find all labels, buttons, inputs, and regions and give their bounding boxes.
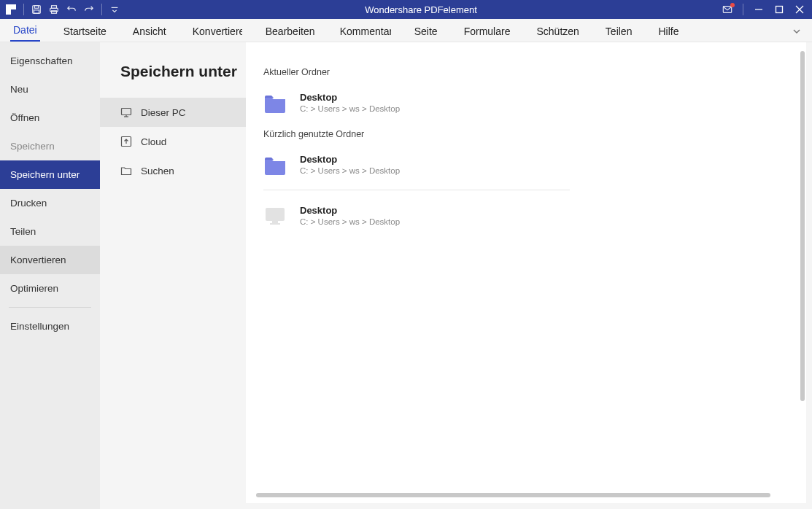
notification-mail-icon[interactable] <box>722 4 732 15</box>
svg-rect-12 <box>122 109 131 115</box>
file-menu-optimize[interactable]: Optimieren <box>0 274 100 303</box>
svg-rect-2 <box>34 10 39 13</box>
quick-access-dropdown-icon[interactable] <box>109 4 120 15</box>
window-maximize-button[interactable] <box>774 4 784 15</box>
ribbon-tab-bearbeiten[interactable]: Bearbeiten <box>263 21 317 42</box>
undo-icon[interactable] <box>66 4 77 15</box>
file-backstage: Eigenschaften Neu Öffnen Speichern Speic… <box>0 42 812 509</box>
titlebar: Wondershare PDFelement <box>0 0 812 19</box>
file-menu-new[interactable]: Neu <box>0 75 100 104</box>
separator <box>101 4 102 15</box>
file-menu-settings[interactable]: Einstellungen <box>0 312 100 341</box>
print-icon[interactable] <box>49 4 59 15</box>
redo-icon[interactable] <box>84 4 94 15</box>
source-browse[interactable]: Suchen <box>100 156 246 185</box>
current-folder-heading: Aktueller Ordner <box>263 67 781 77</box>
ribbon-tab-kommentar[interactable]: Kommentar <box>337 21 391 42</box>
cloud-upload-icon <box>120 136 132 147</box>
divider <box>263 190 570 190</box>
monitor-gray-icon <box>263 206 287 226</box>
svg-rect-16 <box>266 208 285 221</box>
window-close-button[interactable] <box>794 4 805 15</box>
monitor-icon <box>120 106 132 118</box>
file-menu-save-as[interactable]: Speichern unter <box>0 160 100 189</box>
horizontal-scrollbar[interactable] <box>256 493 792 499</box>
svg-rect-1 <box>34 6 38 9</box>
file-menu-properties[interactable]: Eigenschaften <box>0 47 100 75</box>
ribbon-tab-hilfe[interactable]: Hilfe <box>655 21 681 42</box>
ribbon-tab-schuetzen[interactable]: Schützen <box>533 21 581 42</box>
svg-rect-9 <box>776 7 783 13</box>
source-label: Cloud <box>141 136 166 147</box>
file-menu-open[interactable]: Öffnen <box>0 104 100 132</box>
ribbon-tab-seite[interactable]: Seite <box>411 21 441 42</box>
file-menu-print[interactable]: Drucken <box>0 189 100 217</box>
folder-icon <box>120 165 132 176</box>
recent-folder-item[interactable]: Desktop C: > Users > ws > Desktop <box>263 201 781 238</box>
folder-browser-panel: Aktueller Ordner Desktop C: > Users > ws… <box>246 42 806 503</box>
recent-folders-heading: Kürzlich genutzte Ordner <box>263 129 781 139</box>
save-icon[interactable] <box>31 4 42 15</box>
folder-path: C: > Users > ws > Desktop <box>300 217 400 226</box>
source-label: Suchen <box>141 166 174 176</box>
recent-folder-item[interactable]: Desktop C: > Users > ws > Desktop <box>263 149 781 187</box>
source-label: Dieser PC <box>141 107 186 118</box>
file-menu-convert[interactable]: Konvertieren <box>0 246 100 274</box>
vertical-scrollbar[interactable] <box>799 42 806 503</box>
window-title: Wondershare PDFelement <box>120 4 722 15</box>
app-logo-icon <box>6 4 16 15</box>
ribbon-tab-ansicht[interactable]: Ansicht <box>130 21 169 42</box>
file-menu-sidebar: Eigenschaften Neu Öffnen Speichern Speic… <box>0 42 100 509</box>
file-menu-save[interactable]: Speichern <box>0 132 100 160</box>
folder-path: C: > Users > ws > Desktop <box>300 166 400 175</box>
svg-rect-18 <box>270 223 280 225</box>
window-minimize-button[interactable] <box>754 4 764 15</box>
svg-rect-5 <box>52 11 57 14</box>
current-folder-item[interactable]: Desktop C: > Users > ws > Desktop <box>263 88 781 125</box>
source-this-pc[interactable]: Dieser PC <box>100 98 246 127</box>
file-menu-share[interactable]: Teilen <box>0 217 100 246</box>
ribbon-collapse-icon[interactable] <box>792 26 802 39</box>
folder-blue-icon <box>263 93 287 113</box>
ribbon-tabs: Datei Startseite Ansicht Konvertieren Be… <box>0 19 812 42</box>
svg-rect-17 <box>272 221 278 223</box>
ribbon-tab-konvertieren[interactable]: Konvertieren <box>190 21 242 42</box>
separator <box>743 4 743 15</box>
ribbon-tab-teilen[interactable]: Teilen <box>603 21 635 42</box>
save-as-header: Speichern unter <box>100 42 246 98</box>
folder-name: Desktop <box>300 154 400 165</box>
folder-name: Desktop <box>300 92 400 103</box>
folder-path: C: > Users > ws > Desktop <box>300 104 400 113</box>
folder-name: Desktop <box>300 205 400 216</box>
ribbon-tab-datei[interactable]: Datei <box>10 20 40 42</box>
ribbon-tab-startseite[interactable]: Startseite <box>61 21 109 42</box>
file-menu-divider <box>9 307 91 308</box>
folder-blue-icon <box>263 155 287 175</box>
ribbon-tab-formulare[interactable]: Formulare <box>461 21 514 42</box>
source-cloud[interactable]: Cloud <box>100 127 246 156</box>
separator <box>23 4 24 15</box>
notification-badge <box>730 3 735 7</box>
save-source-panel: Speichern unter Dieser PC Cloud Suchen <box>100 42 246 509</box>
